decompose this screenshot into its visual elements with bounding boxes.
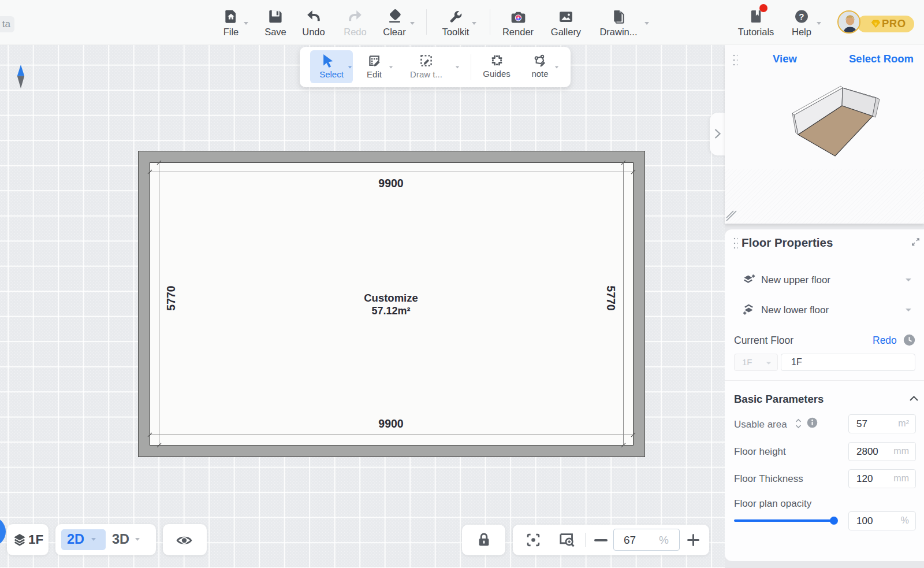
svg-text:9900: 9900 — [378, 417, 404, 430]
svg-text:9900: 9900 — [378, 177, 404, 190]
svg-text:5770: 5770 — [605, 285, 617, 311]
svg-text:Customize: Customize — [364, 292, 418, 304]
svg-text:5770: 5770 — [165, 285, 177, 311]
svg-text:?: ? — [799, 12, 804, 21]
svg-text:57.12m²: 57.12m² — [371, 305, 410, 317]
